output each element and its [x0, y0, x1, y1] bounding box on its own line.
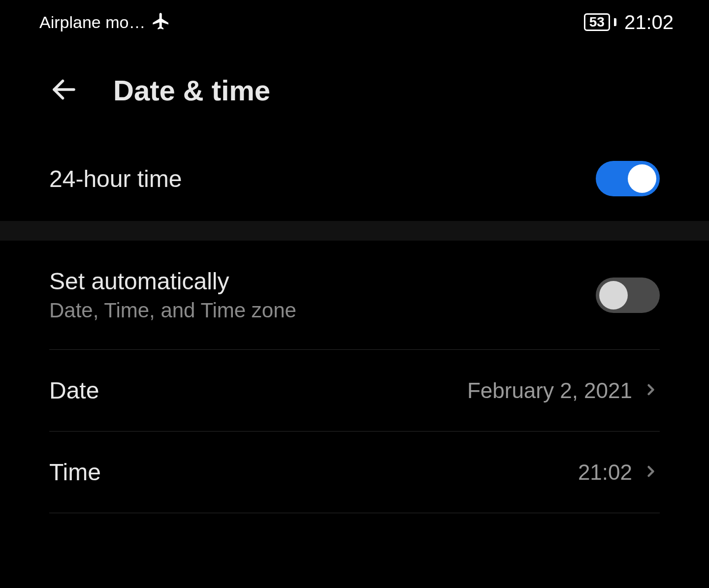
- page-header: Date & time: [0, 44, 709, 141]
- row-set-automatically[interactable]: Set automatically Date, Time, and Time z…: [0, 241, 709, 349]
- row-date[interactable]: Date February 2, 2021: [0, 350, 709, 431]
- section-datetime: Set automatically Date, Time, and Time z…: [0, 241, 709, 513]
- label-set-automatically: Set automatically: [49, 268, 296, 295]
- toggle-24-hour[interactable]: [596, 161, 660, 196]
- section-format: 24-hour time: [0, 141, 709, 221]
- label-date: Date: [49, 377, 99, 404]
- label-24-hour: 24-hour time: [49, 165, 182, 192]
- battery-level: 53: [589, 14, 605, 30]
- status-left: Airplane mo…: [39, 11, 171, 33]
- row-24-hour-time[interactable]: 24-hour time: [0, 141, 709, 221]
- status-mode-text: Airplane mo…: [39, 13, 145, 32]
- chevron-right-icon: [642, 381, 660, 401]
- value-time: 21:02: [578, 460, 632, 485]
- page-title: Date & time: [113, 74, 270, 107]
- battery-icon: 53: [584, 13, 610, 31]
- airplane-icon: [151, 11, 171, 33]
- toggle-knob: [628, 164, 656, 193]
- status-right: 53 21:02: [584, 11, 674, 33]
- row-time[interactable]: Time 21:02: [0, 432, 709, 513]
- status-clock: 21:02: [624, 11, 674, 33]
- toggle-knob: [599, 281, 628, 309]
- label-time: Time: [49, 459, 101, 486]
- back-button[interactable]: [49, 75, 79, 106]
- section-divider: [0, 221, 709, 241]
- chevron-right-icon: [642, 463, 660, 482]
- sublabel-set-automatically: Date, Time, and Time zone: [49, 299, 296, 322]
- divider: [49, 513, 660, 513]
- status-bar: Airplane mo… 53 21:02: [0, 0, 709, 44]
- value-date: February 2, 2021: [467, 378, 632, 403]
- battery-tip-icon: [614, 18, 616, 26]
- toggle-set-automatically[interactable]: [596, 278, 660, 313]
